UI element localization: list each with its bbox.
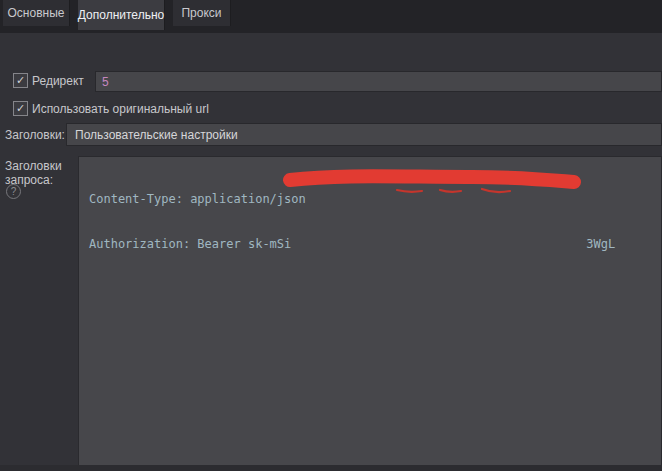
settings-tabbar: Основные Дополнительно Прокси: [0, 0, 662, 33]
tab-basic[interactable]: Основные: [3, 0, 70, 26]
advanced-settings-panel: ✓ Редирект ✓ Использовать оригинальный u…: [0, 33, 662, 465]
redacted-token-area: [291, 247, 586, 248]
request-headers-textarea[interactable]: Content-Type: application/json Authoriza…: [78, 156, 662, 466]
tab-proxy[interactable]: Прокси: [173, 0, 231, 26]
header-line-authorization: Authorization: Bearer sk-mSi3WgL: [89, 237, 661, 252]
authorization-prefix: Authorization: Bearer sk-mSi: [89, 237, 291, 251]
question-icon[interactable]: ?: [6, 184, 21, 199]
request-headers-label: Заголовки запроса:: [5, 159, 71, 187]
tab-advanced[interactable]: Дополнительно: [78, 0, 165, 30]
header-line-content-type: Content-Type: application/json: [89, 192, 661, 207]
redirect-checkbox[interactable]: ✓: [13, 73, 28, 88]
headers-preset-select[interactable]: Пользовательские настройки: [66, 123, 662, 146]
redirect-count-input[interactable]: [95, 71, 662, 92]
authorization-suffix: 3WgL: [586, 237, 615, 251]
headers-preset-label: Заголовки:: [5, 128, 65, 142]
redirect-label: Редирект: [32, 74, 84, 88]
headers-preset-selected-value: Пользовательские настройки: [75, 128, 238, 142]
window-bottom-edge: [0, 465, 662, 471]
use-original-url-checkbox[interactable]: ✓: [13, 101, 28, 116]
use-original-url-label: Использовать оригинальный url: [32, 102, 209, 116]
